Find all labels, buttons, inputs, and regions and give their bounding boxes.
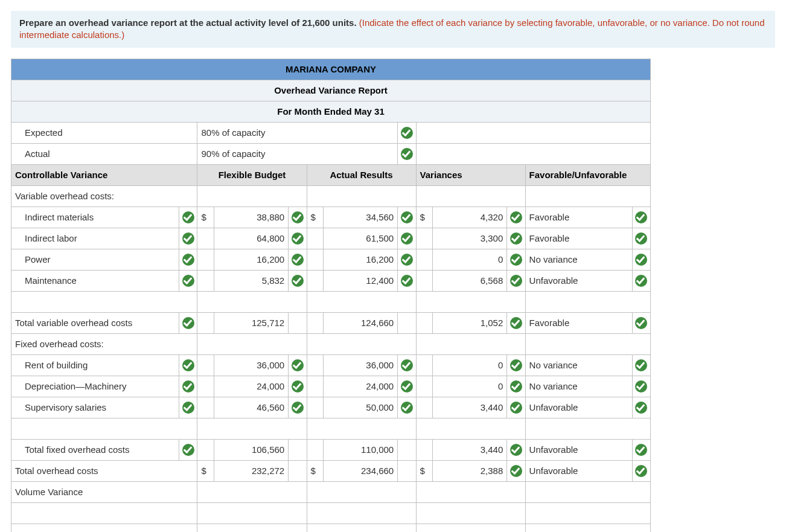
actual-value: 110,000 [323,439,397,460]
variance-value[interactable]: 2,388 [432,460,506,481]
header-actual: Actual Results [307,164,416,185]
row-label[interactable]: Depreciation—Machinery [11,376,179,397]
period-title: For Month Ended May 31 [11,101,651,122]
fixed-heading-row: Fixed overhead costs: [11,333,651,354]
fav-select[interactable]: No variance [525,354,632,376]
row-maintenance: Maintenance 5,832 12,400 6,568 Unfavorab… [11,270,651,291]
check-icon [401,402,413,414]
actual-value[interactable]: 36,000 [323,354,397,376]
flex-value[interactable]: 38,880 [214,207,288,228]
flex-value[interactable]: 36,000 [214,354,288,376]
actual-value[interactable]: 12,400 [323,270,397,291]
actual-value: 124,660 [323,312,397,333]
actual-value[interactable]: 24,000 [323,376,397,397]
variance-value[interactable]: 0 [432,249,506,270]
actual-label: Actual [11,143,197,164]
section-heading: Volume Variance [11,481,197,502]
check-icon [182,317,194,329]
check-icon [182,402,194,414]
row-indirect-labor: Indirect labor 64,800 61,500 3,300 Favor… [11,228,651,249]
check-icon [182,380,194,393]
actual-row: Actual 90% of capacity [11,143,651,164]
flex-value[interactable]: 16,200 [214,249,288,270]
check-icon [182,254,194,266]
variance-value[interactable]: 0 [432,376,506,397]
check-icon [635,232,647,245]
actual-value[interactable]: 16,200 [323,249,397,270]
check-icon [401,380,413,393]
variance-value[interactable]: 3,300 [432,228,506,249]
variance-report-table: MARIANA COMPANY Overhead Variance Report… [11,59,651,533]
check-icon [510,254,522,266]
fav-select[interactable]: Favorable [525,312,632,333]
check-icon [510,317,522,329]
variance-value[interactable]: 4,320 [432,207,506,228]
variance-value[interactable]: 3,440 [432,439,506,460]
row-supervisory: Supervisory salaries 46,560 50,000 3,440… [11,397,651,418]
flex-value[interactable]: 46,560 [214,397,288,418]
expected-value[interactable]: 80% of capacity [197,122,398,143]
row-label[interactable]: Maintenance [11,270,179,291]
fav-select[interactable]: Favorable [525,207,632,228]
fav-select[interactable]: Favorable [525,228,632,249]
check-icon [401,275,413,287]
check-icon [510,232,522,245]
check-icon [401,148,413,160]
row-total-variable: Total variable overhead costs 125,712 12… [11,312,651,333]
row-depreciation: Depreciation—Machinery 24,000 24,000 0 N… [11,376,651,397]
check-icon [510,275,522,287]
check-icon [401,127,413,139]
fav-select[interactable]: Unfavorable [525,270,632,291]
check-icon [635,317,647,329]
check-icon [292,380,304,393]
row-label[interactable]: Total fixed overhead costs [11,439,179,460]
column-headers: Controllable Variance Flexible Budget Ac… [11,164,651,185]
flex-value[interactable]: 5,832 [214,270,288,291]
row-label[interactable]: Indirect materials [11,207,179,228]
fav-select[interactable]: Unfavorable [525,397,632,418]
flex-value[interactable]: 64,800 [214,228,288,249]
dollar-sign: $ [197,460,214,481]
dollar-sign: $ [416,460,432,481]
variance-value[interactable]: 6,568 [432,270,506,291]
fav-select[interactable]: Unfavorable [525,439,632,460]
expected-row: Expected 80% of capacity [11,122,651,143]
check-icon [182,444,194,456]
fav-select[interactable]: No variance [525,249,632,270]
row-label: Total overhead costs [11,460,197,481]
variance-value[interactable]: 1,052 [432,312,506,333]
flex-value[interactable]: 24,000 [214,376,288,397]
row-label[interactable]: Total variable overhead costs [11,312,179,333]
header-name: Controllable Variance [11,164,197,185]
actual-value[interactable]: 90% of capacity [197,143,398,164]
check-icon [292,275,304,287]
row-label[interactable]: Power [11,249,179,270]
actual-value[interactable]: 61,500 [323,228,397,249]
row-label[interactable]: Rent of building [11,354,179,376]
check-icon [635,444,647,456]
variance-value[interactable]: 3,440 [432,397,506,418]
check-icon [635,380,647,393]
check-icon [292,211,304,223]
dollar-sign: $ [416,207,432,228]
fav-select[interactable]: Unfavorable [525,460,632,481]
row-total-fixed: Total fixed overhead costs 106,560 110,0… [11,439,651,460]
section-heading: Variable overhead costs: [11,185,197,207]
actual-value[interactable]: 50,000 [323,397,397,418]
check-icon [635,275,647,287]
check-icon [635,359,647,371]
actual-value[interactable]: 34,560 [323,207,397,228]
fav-select[interactable]: No variance [525,376,632,397]
check-icon [510,380,522,393]
company-title: MARIANA COMPANY [11,59,651,80]
volume-heading-row: Volume Variance [11,481,651,502]
row-label[interactable]: Indirect labor [11,228,179,249]
check-icon [401,359,413,371]
check-icon [635,465,647,477]
flex-value: 125,712 [214,312,288,333]
check-icon [635,211,647,223]
check-icon [510,465,522,477]
check-icon [292,402,304,414]
row-label[interactable]: Supervisory salaries [11,397,179,418]
variance-value[interactable]: 0 [432,354,506,376]
